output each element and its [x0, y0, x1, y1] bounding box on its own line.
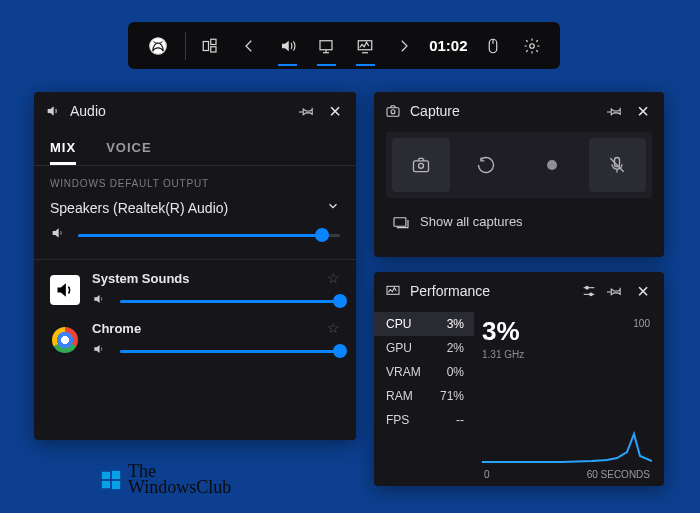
- app-volume-system-sounds: System Sounds ☆: [34, 260, 356, 310]
- app-volume-chrome: Chrome ☆: [34, 310, 356, 360]
- svg-point-23: [586, 286, 589, 289]
- performance-icon: [384, 282, 402, 300]
- sparkline-chart: [482, 394, 652, 464]
- speaker-icon: [92, 342, 110, 360]
- svg-rect-28: [112, 481, 120, 489]
- svg-rect-14: [413, 161, 428, 172]
- camera-icon: [384, 102, 402, 120]
- app-name: System Sounds: [92, 271, 190, 286]
- toolbar-divider: [185, 32, 186, 60]
- settings-gear-icon[interactable]: [513, 26, 550, 66]
- svg-point-0: [150, 37, 167, 54]
- system-sounds-icon: [50, 275, 80, 305]
- watermark-line2: WindowsClub: [128, 480, 231, 495]
- svg-rect-25: [102, 471, 110, 478]
- capture-buttons: [386, 132, 652, 198]
- show-all-captures-label: Show all captures: [420, 214, 523, 229]
- pin-icon[interactable]: [606, 282, 624, 300]
- prev-button[interactable]: [230, 26, 267, 66]
- performance-panel-header: Performance ×: [374, 272, 664, 310]
- svg-rect-4: [320, 40, 332, 49]
- svg-rect-19: [394, 217, 406, 225]
- svg-rect-26: [112, 471, 120, 479]
- svg-rect-27: [102, 481, 110, 488]
- svg-rect-2: [211, 39, 216, 44]
- favorite-star-icon[interactable]: ☆: [327, 320, 340, 336]
- metric-vram[interactable]: VRAM0%: [374, 360, 474, 384]
- app-volume-slider[interactable]: [92, 342, 340, 360]
- gamebar-topbar: 01:02: [128, 22, 560, 69]
- next-button[interactable]: [386, 26, 423, 66]
- xbox-icon[interactable]: [138, 26, 179, 66]
- show-all-captures-link[interactable]: Show all captures: [386, 198, 652, 239]
- record-dot-icon: [547, 160, 557, 170]
- close-icon[interactable]: ×: [632, 101, 654, 121]
- svg-rect-3: [211, 46, 216, 51]
- svg-point-15: [418, 163, 423, 168]
- capture-panel-header: Capture ×: [374, 92, 664, 130]
- x-axis-label: 60 SECONDS: [587, 469, 650, 480]
- chrome-icon: [50, 325, 80, 355]
- audio-panel-header: Audio ×: [34, 92, 356, 130]
- screenshot-button[interactable]: [392, 138, 450, 192]
- audio-panel-title: Audio: [70, 103, 290, 119]
- sliders-icon[interactable]: [580, 282, 598, 300]
- performance-panel: Performance × CPU3% GPU2% VRAM0% RAM71% …: [374, 272, 664, 486]
- performance-tool-button[interactable]: [347, 26, 384, 66]
- tab-mix[interactable]: MIX: [50, 140, 76, 165]
- speaker-icon: [50, 225, 68, 245]
- metric-fps[interactable]: FPS--: [374, 408, 474, 432]
- speaker-icon: [44, 102, 62, 120]
- metric-cpu[interactable]: CPU3%: [374, 312, 474, 336]
- output-device-dropdown[interactable]: Speakers (Realtek(R) Audio): [34, 193, 356, 219]
- clock-display: 01:02: [424, 26, 472, 66]
- svg-point-13: [391, 110, 395, 114]
- output-device-name: Speakers (Realtek(R) Audio): [50, 200, 228, 216]
- master-volume-slider[interactable]: [34, 219, 356, 260]
- slider-track: [78, 234, 340, 237]
- widgets-icon[interactable]: [191, 26, 228, 66]
- pin-icon[interactable]: [298, 102, 316, 120]
- speaker-icon: [92, 292, 110, 310]
- app-volume-slider[interactable]: [92, 292, 340, 310]
- mouse-icon[interactable]: [474, 26, 511, 66]
- svg-point-11: [529, 43, 534, 48]
- y-max-label: 100: [633, 318, 650, 329]
- audio-tool-button[interactable]: [269, 26, 306, 66]
- chevron-down-icon: [326, 199, 340, 217]
- record-button[interactable]: [523, 138, 581, 192]
- favorite-star-icon[interactable]: ☆: [327, 270, 340, 286]
- watermark: The WindowsClub: [100, 464, 231, 495]
- perf-chart-area: 3% 1.31 GHz 100 0 60 SECONDS: [474, 312, 664, 486]
- performance-panel-title: Performance: [410, 283, 572, 299]
- tab-voice[interactable]: VOICE: [106, 140, 151, 165]
- capture-panel: Capture × Show all captures: [374, 92, 664, 257]
- app-name: Chrome: [92, 321, 141, 336]
- current-value: 3%: [482, 316, 652, 347]
- audio-tabs: MIX VOICE: [34, 130, 356, 166]
- svg-point-24: [590, 293, 593, 296]
- svg-rect-12: [387, 108, 399, 117]
- capture-tool-button[interactable]: [308, 26, 345, 66]
- record-last-button[interactable]: [458, 138, 516, 192]
- y-min-label: 0: [484, 469, 490, 480]
- close-icon[interactable]: ×: [632, 281, 654, 301]
- metric-gpu[interactable]: GPU2%: [374, 336, 474, 360]
- metric-list: CPU3% GPU2% VRAM0% RAM71% FPS--: [374, 312, 474, 486]
- capture-panel-title: Capture: [410, 103, 598, 119]
- close-icon[interactable]: ×: [324, 101, 346, 121]
- metric-ram[interactable]: RAM71%: [374, 384, 474, 408]
- mic-off-button[interactable]: [589, 138, 647, 192]
- audio-panel: Audio × MIX VOICE WINDOWS DEFAULT OUTPUT…: [34, 92, 356, 440]
- current-frequency: 1.31 GHz: [482, 349, 652, 360]
- windows-logo-icon: [100, 469, 122, 491]
- pin-icon[interactable]: [606, 102, 624, 120]
- svg-rect-1: [203, 41, 208, 50]
- output-section-label: WINDOWS DEFAULT OUTPUT: [34, 166, 356, 193]
